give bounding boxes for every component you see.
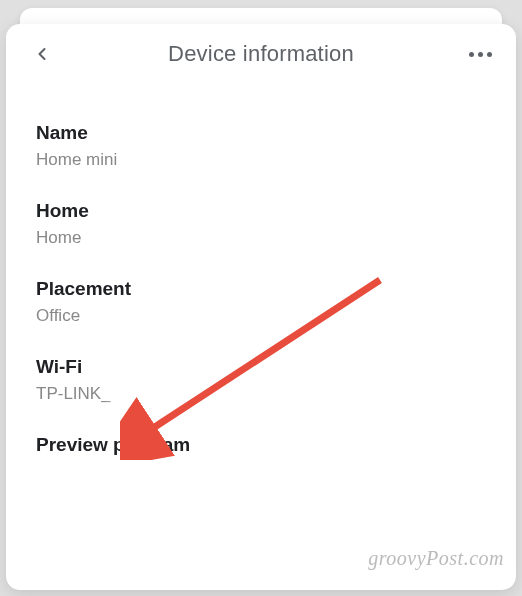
wifi-value: TP-LINK_ xyxy=(36,384,486,404)
home-value: Home xyxy=(36,228,486,248)
back-button[interactable] xyxy=(30,42,54,66)
device-info-panel: Device information Name Home mini Home H… xyxy=(6,24,516,590)
dot-icon xyxy=(478,52,483,57)
header: Device information xyxy=(6,24,516,84)
section-wifi[interactable]: Wi-Fi TP-LINK_ xyxy=(36,356,486,404)
wifi-redacted xyxy=(111,387,171,403)
dot-icon xyxy=(487,52,492,57)
preview-label: Preview program xyxy=(36,434,486,456)
section-placement[interactable]: Placement Office xyxy=(36,278,486,326)
chevron-left-icon xyxy=(32,44,52,64)
placement-value: Office xyxy=(36,306,486,326)
dot-icon xyxy=(469,52,474,57)
name-value: Home mini xyxy=(36,150,486,170)
wifi-prefix: TP-LINK_ xyxy=(36,384,111,403)
home-label: Home xyxy=(36,200,486,222)
content-area: Name Home mini Home Home Placement Offic… xyxy=(6,84,516,470)
section-home[interactable]: Home Home xyxy=(36,200,486,248)
wifi-label: Wi-Fi xyxy=(36,356,486,378)
placement-label: Placement xyxy=(36,278,486,300)
section-preview-program[interactable]: Preview program xyxy=(36,434,486,456)
page-title: Device information xyxy=(168,41,354,67)
more-options-button[interactable] xyxy=(469,52,492,57)
name-label: Name xyxy=(36,122,486,144)
section-name[interactable]: Name Home mini xyxy=(36,122,486,170)
